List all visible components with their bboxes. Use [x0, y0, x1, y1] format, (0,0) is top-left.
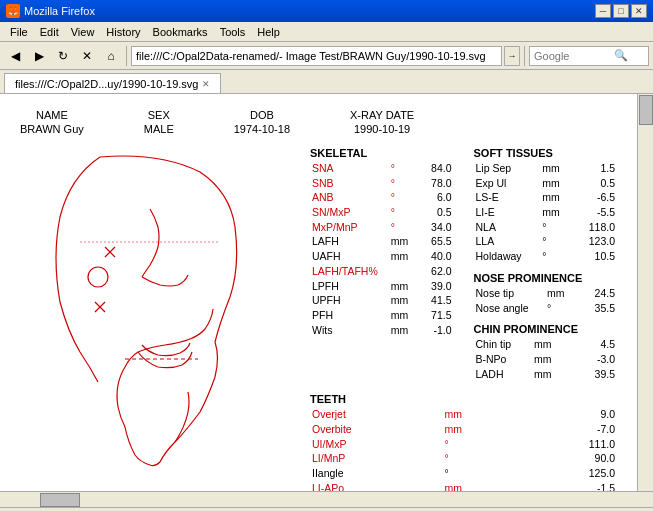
- soft-tissues-title: SOFT TISSUES: [474, 147, 618, 159]
- row-value: -6.5: [569, 190, 617, 205]
- row-label: MxP/MnP: [310, 220, 389, 235]
- table-row: Holdaway°10.5: [474, 249, 618, 264]
- soft-tissues-table: Lip Sepmm1.5Exp Ulmm0.5LS-Emm-6.5LI-Emm-…: [474, 161, 618, 264]
- row-unit: °: [443, 437, 508, 452]
- toolbar-separator: [126, 46, 127, 66]
- teeth-table: Overjetmm9.0Overbitemm-7.0UI/MxP°111.0LI…: [310, 407, 617, 491]
- table-row: SNA°84.0: [310, 161, 454, 176]
- row-unit: mm: [443, 422, 508, 437]
- search-box[interactable]: 🔍: [529, 46, 649, 66]
- name-value: BRAWN Guy: [20, 123, 84, 135]
- search-input[interactable]: [534, 50, 614, 62]
- teeth-section: TEETH Overjetmm9.0Overbitemm-7.0UI/MxP°1…: [310, 393, 617, 491]
- teeth-title: TEETH: [310, 393, 617, 405]
- skeletal-section: SKELETAL SNA°84.0SNB°78.0ANB°6.0SN/MxP°0…: [310, 147, 454, 381]
- firefox-icon: 🦊: [6, 4, 20, 18]
- dob-label: DOB: [234, 109, 290, 121]
- row-unit: mm: [540, 161, 569, 176]
- nose-prominence-table: Nose tipmm24.5Nose angle°35.5: [474, 286, 618, 315]
- row-value: 39.5: [564, 367, 617, 382]
- row-label: Exp Ul: [474, 176, 541, 191]
- row-value: 10.5: [569, 249, 617, 264]
- titlebar: 🦊 Mozilla Firefox ─ □ ✕: [0, 0, 653, 22]
- table-row: LAFH/TAFH%62.0: [310, 264, 454, 279]
- xray-label: X-RAY DATE: [350, 109, 414, 121]
- sex-label: SEX: [144, 109, 174, 121]
- row-value: 41.5: [413, 293, 454, 308]
- row-value: 111.0: [508, 437, 617, 452]
- row-label: UPFH: [310, 293, 389, 308]
- top-data-row: SKELETAL SNA°84.0SNB°78.0ANB°6.0SN/MxP°0…: [310, 147, 617, 381]
- menu-view[interactable]: View: [65, 25, 101, 39]
- home-button[interactable]: ⌂: [100, 45, 122, 67]
- toolbar-separator2: [524, 46, 525, 66]
- table-row: LI-Emm-5.5: [474, 205, 618, 220]
- back-button[interactable]: ◀: [4, 45, 26, 67]
- row-unit: mm: [389, 234, 413, 249]
- active-tab[interactable]: files:///C:/Opal2D...uy/1990-10-19.svg ✕: [4, 73, 221, 93]
- menu-file[interactable]: File: [4, 25, 34, 39]
- statusbar: Done: [0, 507, 653, 511]
- row-label: LPFH: [310, 279, 389, 294]
- menu-help[interactable]: Help: [251, 25, 286, 39]
- maximize-button[interactable]: □: [613, 4, 629, 18]
- scrollbar-y[interactable]: [637, 94, 653, 491]
- content-wrapper: NAME BRAWN Guy SEX MALE DOB 1974-10-18 X…: [0, 94, 653, 491]
- table-row: SNB°78.0: [310, 176, 454, 191]
- row-value: -3.0: [564, 352, 617, 367]
- scrollbar-thumb[interactable]: [639, 95, 653, 125]
- table-row: B-NPomm-3.0: [474, 352, 618, 367]
- menu-edit[interactable]: Edit: [34, 25, 65, 39]
- row-unit: °: [540, 220, 569, 235]
- address-bar[interactable]: file:///C:/Opal2Data-renamed/- Image Tes…: [131, 46, 502, 66]
- scrollbar-x[interactable]: [0, 491, 653, 507]
- nose-prominence-title: NOSE PROMINENCE: [474, 272, 618, 284]
- nose-prominence-section: NOSE PROMINENCE Nose tipmm24.5Nose angle…: [474, 272, 618, 315]
- tabbar: files:///C:/Opal2D...uy/1990-10-19.svg ✕: [0, 70, 653, 94]
- table-row: Overbitemm-7.0: [310, 422, 617, 437]
- row-unit: mm: [389, 323, 413, 338]
- tab-close-button[interactable]: ✕: [202, 79, 210, 89]
- row-value: 78.0: [413, 176, 454, 191]
- menu-tools[interactable]: Tools: [214, 25, 252, 39]
- row-value: 1.5: [569, 161, 617, 176]
- row-value: 84.0: [413, 161, 454, 176]
- table-row: PFHmm71.5: [310, 308, 454, 323]
- table-row: LI-APomm-1.5: [310, 481, 617, 491]
- row-label: LAFH: [310, 234, 389, 249]
- row-label: LS-E: [474, 190, 541, 205]
- scrollbar-x-thumb[interactable]: [40, 493, 80, 507]
- sex-value: MALE: [144, 123, 174, 135]
- chin-prominence-title: CHIN PROMINENCE: [474, 323, 618, 335]
- menu-bookmarks[interactable]: Bookmarks: [147, 25, 214, 39]
- titlebar-buttons: ─ □ ✕: [595, 4, 647, 18]
- toolbar: ◀ ▶ ↻ ✕ ⌂ file:///C:/Opal2Data-renamed/-…: [0, 42, 653, 70]
- table-row: Witsmm-1.0: [310, 323, 454, 338]
- go-button[interactable]: →: [504, 46, 520, 66]
- skeletal-title: SKELETAL: [310, 147, 454, 159]
- row-label: ANB: [310, 190, 389, 205]
- row-label: LI-APo: [310, 481, 443, 491]
- menu-history[interactable]: History: [100, 25, 146, 39]
- row-value: 35.5: [572, 301, 617, 316]
- address-text: file:///C:/Opal2Data-renamed/- Image Tes…: [136, 50, 497, 62]
- row-label: LI/MnP: [310, 451, 443, 466]
- name-label: NAME: [20, 109, 84, 121]
- chin-prominence-table: Chin tipmm4.5B-NPomm-3.0LADHmm39.5: [474, 337, 618, 381]
- close-button[interactable]: ✕: [631, 4, 647, 18]
- forward-button[interactable]: ▶: [28, 45, 50, 67]
- skeletal-table: SNA°84.0SNB°78.0ANB°6.0SN/MxP°0.5MxP/MnP…: [310, 161, 454, 337]
- row-label: IIangle: [310, 466, 443, 481]
- row-label: LADH: [474, 367, 533, 382]
- table-row: UI/MxP°111.0: [310, 437, 617, 452]
- row-value: 90.0: [508, 451, 617, 466]
- minimize-button[interactable]: ─: [595, 4, 611, 18]
- stop-button[interactable]: ✕: [76, 45, 98, 67]
- row-value: 118.0: [569, 220, 617, 235]
- table-row: UPFHmm41.5: [310, 293, 454, 308]
- row-value: 0.5: [413, 205, 454, 220]
- row-unit: [389, 264, 413, 279]
- row-label: PFH: [310, 308, 389, 323]
- row-unit: °: [443, 451, 508, 466]
- reload-button[interactable]: ↻: [52, 45, 74, 67]
